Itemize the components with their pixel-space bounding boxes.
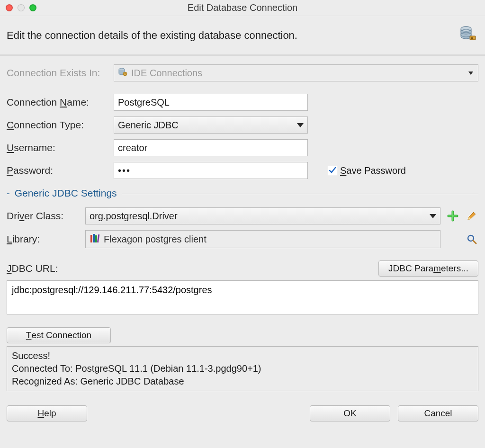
save-password-checkbox[interactable]: Save Password: [328, 165, 406, 176]
password-label: Password:: [7, 165, 108, 176]
connection-type-label: Connection Type:: [7, 119, 108, 131]
driver-class-label: Driver Class:: [7, 210, 80, 222]
svg-rect-11: [95, 235, 97, 242]
dialog-description: Edit the connection details of the exist…: [7, 29, 297, 42]
test-result-box: Success! Connected To: PostgreSQL 11.1 (…: [7, 346, 478, 391]
result-line-3: Recognized As: Generic JDBC Database: [12, 375, 473, 388]
save-password-label: Save Password: [340, 165, 406, 176]
password-input[interactable]: [114, 162, 308, 179]
close-window-icon[interactable]: [6, 4, 13, 11]
checkbox-icon: [328, 166, 337, 175]
ok-button[interactable]: OK: [310, 405, 390, 421]
titlebar: Edit Database Connection: [0, 0, 485, 16]
section-divider: [122, 194, 478, 194]
section-generic-jdbc: - Generic JDBC Settings: [7, 188, 478, 199]
section-title: Generic JDBC Settings: [15, 188, 117, 199]
database-icon: [459, 26, 476, 45]
connection-type-value: Generic JDBC: [118, 120, 179, 131]
library-label: Library:: [7, 233, 80, 245]
result-line-2: Connected To: PostgreSQL 11.1 (Debian 11…: [12, 362, 473, 375]
cancel-button[interactable]: Cancel: [398, 405, 478, 421]
exists-in-select: IDE Connections: [114, 64, 478, 81]
svg-rect-9: [90, 235, 92, 242]
zoom-window-icon[interactable]: [29, 4, 36, 11]
help-button[interactable]: Help: [7, 405, 87, 421]
username-input[interactable]: [114, 139, 308, 156]
svg-rect-8: [125, 72, 126, 74]
svg-rect-10: [93, 234, 95, 242]
dialog-header: Edit the connection details of the exist…: [0, 16, 485, 55]
books-icon: [90, 233, 100, 246]
driver-class-value: org.postgresql.Driver: [90, 211, 178, 222]
exists-in-label: Connection Exists In:: [7, 67, 108, 79]
window-title: Edit Database Connection: [0, 2, 485, 13]
username-label: Username:: [7, 142, 108, 153]
jdbc-url-input[interactable]: [7, 280, 478, 314]
result-line-1: Success!: [12, 349, 473, 362]
connection-name-label: Connection Name:: [7, 97, 108, 108]
browse-library-button[interactable]: [465, 233, 478, 246]
ide-connections-icon: [118, 67, 127, 79]
library-value: Flexagon postgres client: [104, 234, 207, 245]
connection-name-input[interactable]: [114, 94, 308, 111]
edit-driver-button[interactable]: [465, 209, 478, 223]
library-field: Flexagon postgres client: [85, 230, 440, 248]
jdbc-url-label: JDBC URL:: [7, 263, 58, 274]
exists-in-value: IDE Connections: [131, 68, 202, 79]
jdbc-parameters-button[interactable]: JDBC Parameters...: [378, 260, 478, 277]
chevron-down-icon: [430, 214, 436, 218]
svg-rect-5: [471, 37, 473, 39]
svg-point-1: [461, 27, 471, 31]
svg-rect-12: [97, 234, 99, 242]
driver-class-select[interactable]: org.postgresql.Driver: [85, 207, 440, 224]
add-driver-button[interactable]: [446, 209, 459, 223]
window-controls: [6, 4, 36, 11]
spacer: [446, 233, 459, 246]
dropdown-caret-icon: [468, 72, 473, 75]
section-collapse-icon[interactable]: -: [7, 188, 10, 199]
connection-type-select[interactable]: Generic JDBC: [114, 116, 308, 134]
test-connection-button[interactable]: Test Connection: [7, 327, 111, 343]
minimize-window-icon[interactable]: [18, 4, 25, 11]
chevron-down-icon: [297, 123, 304, 127]
